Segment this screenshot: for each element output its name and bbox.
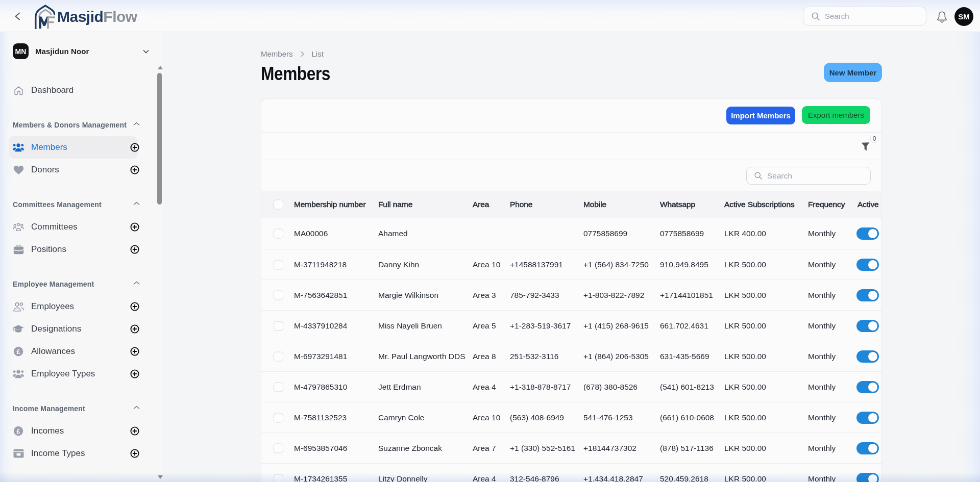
- svg-text:£: £: [16, 427, 20, 435]
- svg-text:£: £: [16, 348, 20, 356]
